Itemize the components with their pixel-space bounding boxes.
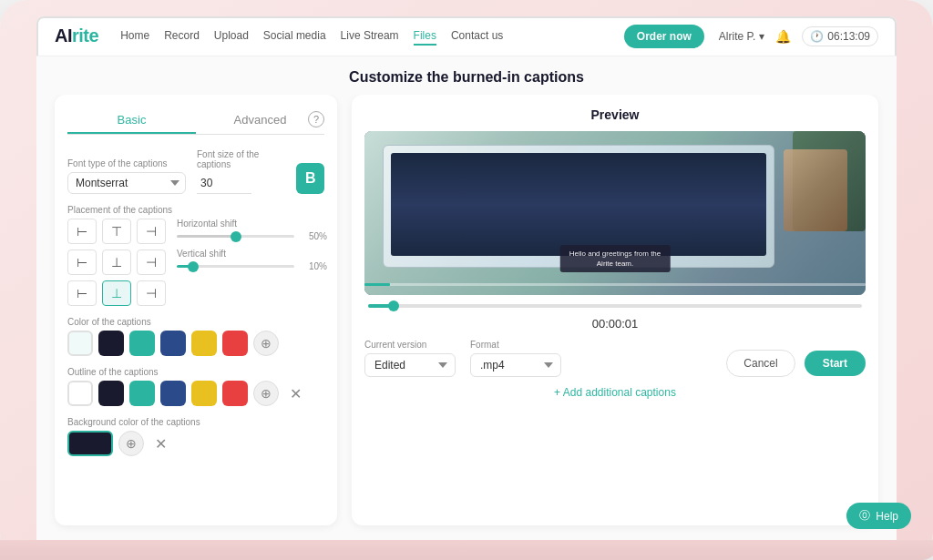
h-shift-slider[interactable] [177,235,294,238]
user-menu[interactable]: Alrite P. ▾ [719,30,764,43]
color-swatch-black[interactable] [98,331,124,356]
outline-swatches: ⊕ ✕ [67,381,324,406]
outline-swatch-teal[interactable] [129,381,155,406]
version-label: Current version [364,340,456,350]
placement-mid-center[interactable]: ⊥ [102,249,131,275]
v-shift-slider-row: 10% [177,261,327,271]
tabs-row: Basic Advanced ? [67,107,324,135]
color-swatch-white[interactable] [67,331,93,356]
nav-live-stream[interactable]: Live Stream [341,27,399,46]
color-swatch-red[interactable] [222,331,248,356]
placement-shift-row: ⊢ ⊤ ⊣ ⊢ ⊥ ⊣ ⊢ ⊥ ⊣ [67,219,324,306]
version-group: Current version Edited [364,340,456,377]
start-button[interactable]: Start [805,351,866,376]
laptop-screen: AIrite Home Record Upload Social media L… [36,16,897,540]
bg-custom-button[interactable]: ⊕ [118,431,144,456]
h-shift-slider-row: 50% [177,231,327,241]
right-panel: Preview [352,95,878,525]
nav-home[interactable]: Home [120,27,149,46]
user-name: Alrite P. [719,30,755,43]
font-type-group: Font type of the captions Montserrat [67,158,186,194]
bg-clear-button[interactable]: ✕ [149,433,171,454]
nav-record[interactable]: Record [164,27,200,46]
laptop-outer: AIrite Home Record Upload Social media L… [0,0,933,560]
nav-right: Alrite P. ▾ 🔔 🕐 06:13:09 [719,26,878,46]
placement-top-right[interactable]: ⊣ [137,219,166,244]
bg-label: Background color of the captions [67,417,324,427]
nav-upload[interactable]: Upload [214,27,249,46]
v-shift-value: 10% [300,261,327,271]
nav-social-media[interactable]: Social media [263,27,326,46]
placement-bot-left[interactable]: ⊢ [67,280,97,306]
clock-icon: 🕐 [810,30,824,43]
h-shift-value: 50% [300,231,327,241]
left-panel: Basic Advanced ? Font type of the captio… [55,95,337,525]
format-group: Format .mp4 [470,340,561,377]
placement-bot-center[interactable]: ⊥ [102,280,131,306]
help-floating-button[interactable]: ⓪ Help [846,503,897,529]
order-now-button[interactable]: Order now [624,25,704,48]
progress-thumb[interactable] [388,300,399,311]
color-section: Color of the captions ⊕ [67,317,324,356]
laptop-screen-inner [391,153,766,256]
v-shift-row: Vertical shift 10% [177,249,327,271]
notification-bell-icon[interactable]: 🔔 [775,29,791,44]
font-size-group: Font size of the captions [197,149,285,194]
bg-section: Background color of the captions ⊕ ✕ [67,417,324,456]
video-preview: Hello and greetings from the Alrite team… [364,131,866,295]
color-swatch-teal[interactable] [129,331,155,356]
bg-swatches: ⊕ ✕ [67,431,324,456]
outline-swatch-white[interactable] [67,381,93,406]
font-size-input[interactable] [197,173,251,194]
outline-swatch-yellow[interactable] [191,381,217,406]
placement-grid: ⊢ ⊤ ⊣ ⊢ ⊥ ⊣ ⊢ ⊥ ⊣ [67,219,166,306]
outline-swatch-red[interactable] [222,381,248,406]
bg-swatch-black[interactable] [67,431,113,456]
tab-basic[interactable]: Basic [67,107,196,134]
tab-advanced[interactable]: Advanced [196,107,324,134]
format-select[interactable]: .mp4 [470,353,561,377]
placement-mid-left[interactable]: ⊢ [67,249,97,275]
add-captions-link[interactable]: + Add additional captions [364,386,866,399]
color-swatches: ⊕ [67,331,324,356]
shift-section: Horizontal shift 50% Vertical shift [177,219,327,271]
cancel-button[interactable]: Cancel [726,350,795,377]
chevron-down-icon: ▾ [759,30,764,43]
placement-top-left[interactable]: ⊢ [67,219,97,244]
placement-label: Placement of the captions [67,205,324,215]
outline-swatch-blue[interactable] [160,381,186,406]
outline-swatch-black[interactable] [98,381,124,406]
color-custom-button[interactable]: ⊕ [253,331,279,356]
page-content: Customize the burned-in captions Basic A… [36,56,897,540]
bold-button[interactable]: B [296,163,324,194]
video-caption-overlay: Hello and greetings from the Alrite team… [560,245,671,272]
page-title: Customize the burned-in captions [36,56,897,95]
video-background: Hello and greetings from the Alrite team… [364,131,866,295]
outline-clear-button[interactable]: ✕ [284,382,306,404]
placement-bot-right[interactable]: ⊣ [137,280,166,306]
color-swatch-blue[interactable] [160,331,186,356]
nav-files[interactable]: Files [414,27,436,46]
progress-bar[interactable] [368,304,862,308]
time-value: 06:13:09 [827,30,870,43]
action-buttons: Cancel Start [726,350,866,377]
logo: AIrite [55,25,98,46]
format-label: Format [470,340,561,350]
h-shift-row: Horizontal shift 50% [177,219,327,241]
clock-display: 🕐 06:13:09 [802,26,878,46]
color-swatch-yellow[interactable] [191,331,217,356]
placement-top-center[interactable]: ⊤ [102,219,131,244]
caption-line1: Hello and greetings from the [569,249,661,258]
outline-custom-button[interactable]: ⊕ [253,381,279,406]
outline-label: Outline of the captions [67,367,324,377]
preview-title: Preview [364,107,866,122]
font-type-select[interactable]: Montserrat [67,172,186,194]
version-select[interactable]: Edited [364,353,456,377]
nav-contact[interactable]: Contact us [451,27,503,46]
v-shift-slider[interactable] [177,265,294,268]
placement-mid-right[interactable]: ⊣ [137,249,166,275]
help-icon[interactable]: ? [308,111,324,127]
placement-section: Placement of the captions ⊢ ⊤ ⊣ ⊢ ⊥ ⊣ [67,205,324,306]
laptop-base [0,540,933,560]
controls-row: Current version Edited Format .mp4 [364,340,866,377]
